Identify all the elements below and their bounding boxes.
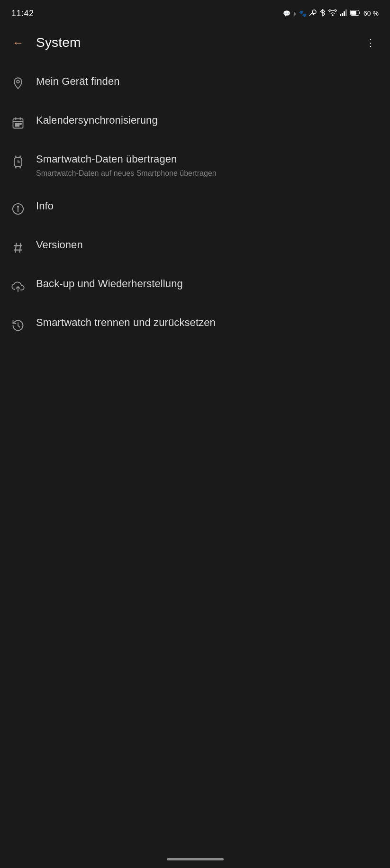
info-icon (9, 200, 27, 217)
svg-rect-5 (351, 11, 356, 15)
bluetooth-icon (320, 9, 326, 18)
info-text: Info (36, 199, 379, 213)
menu-item-info[interactable]: Info (0, 189, 390, 228)
watch-icon (9, 154, 27, 171)
message-icon: 💬 (283, 10, 290, 17)
more-options-button[interactable]: ⋮ (360, 32, 381, 53)
backup-text: Back-up und Wiederherstellung (36, 277, 379, 291)
menu-item-backup[interactable]: Back-up und Wiederherstellung (0, 267, 390, 306)
transfer-data-text: Smartwatch-Daten übertragen Smartwatch-D… (36, 153, 379, 179)
svg-point-6 (17, 80, 19, 83)
key-icon (309, 9, 317, 18)
status-bar: 11:42 💬 ♪ 🐾 (0, 0, 390, 25)
svg-rect-2 (344, 11, 345, 16)
calendar-icon (9, 115, 27, 132)
svg-point-25 (18, 206, 18, 207)
transfer-data-title: Smartwatch-Daten übertragen (36, 153, 379, 166)
svg-line-29 (20, 244, 21, 253)
reset-text: Smartwatch trennen und zurücksetzen (36, 316, 379, 330)
svg-rect-0 (340, 14, 341, 16)
status-time: 11:42 (11, 9, 34, 18)
menu-item-transfer-data[interactable]: Smartwatch-Daten übertragen Smartwatch-D… (0, 142, 390, 189)
svg-rect-3 (345, 9, 347, 16)
menu-item-versions[interactable]: Versionen (0, 228, 390, 267)
svg-rect-12 (18, 123, 19, 124)
versions-text: Versionen (36, 238, 379, 252)
backup-title: Back-up und Wiederherstellung (36, 277, 379, 291)
app-header: ← System ⋮ (0, 25, 390, 61)
svg-rect-15 (18, 125, 19, 126)
info-title: Info (36, 199, 379, 213)
battery-percentage: 60 % (363, 9, 379, 17)
menu-item-calendar-sync[interactable]: Kalendersynchronisierung (0, 103, 390, 142)
transfer-data-subtitle: Smartwatch-Daten auf neues Smartphone üb… (36, 168, 379, 179)
bottom-nav-bar (167, 858, 224, 860)
cloud-upload-icon (9, 278, 27, 295)
back-button[interactable]: ← (8, 32, 28, 53)
svg-rect-14 (15, 125, 17, 126)
versions-title: Versionen (36, 238, 379, 252)
calendar-sync-title: Kalendersynchronisierung (36, 114, 379, 127)
svg-line-28 (15, 244, 16, 253)
tiktok-icon: ♪ (293, 10, 297, 17)
back-arrow-icon: ← (12, 36, 24, 49)
find-device-title: Mein Gerät finden (36, 75, 379, 89)
status-icons: 💬 ♪ 🐾 (283, 9, 379, 18)
svg-rect-1 (342, 13, 343, 16)
menu-item-reset[interactable]: Smartwatch trennen und zurücksetzen (0, 306, 390, 344)
menu-list: Mein Gerät finden Kalendersynchronisieru… (0, 61, 390, 348)
page-title: System (36, 35, 352, 50)
app-icon: 🐾 (299, 10, 307, 17)
svg-rect-11 (15, 123, 17, 124)
signal-icon (340, 9, 347, 18)
find-device-text: Mein Gerät finden (36, 75, 379, 89)
menu-item-find-device[interactable]: Mein Gerät finden (0, 64, 390, 103)
svg-rect-13 (20, 123, 22, 124)
wifi-icon (328, 9, 337, 18)
location-icon (9, 76, 27, 93)
hash-icon (9, 239, 27, 256)
battery-icon (350, 10, 361, 17)
more-dots-icon: ⋮ (366, 38, 375, 47)
history-icon (9, 317, 27, 334)
calendar-sync-text: Kalendersynchronisierung (36, 114, 379, 127)
reset-title: Smartwatch trennen und zurücksetzen (36, 316, 379, 330)
